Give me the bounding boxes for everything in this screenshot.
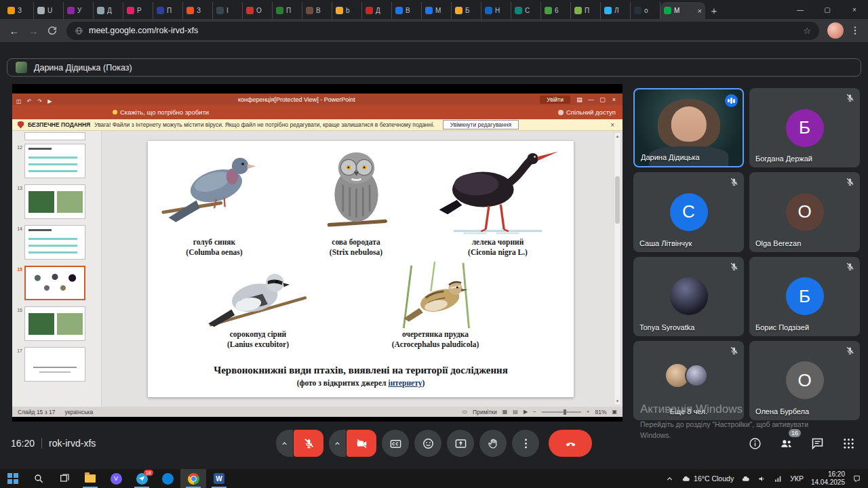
ppt-minimize-button[interactable]: — <box>585 96 597 103</box>
taskbar-search-button[interactable] <box>26 469 52 488</box>
zoom-slider-knob[interactable] <box>564 409 566 415</box>
slide-thumbnail[interactable]: 15 <box>14 266 97 300</box>
url-text[interactable]: meet.google.com/rok-irvd-xfs <box>89 26 797 35</box>
zoom-level[interactable]: 81% <box>595 409 606 415</box>
scroll-down-icon[interactable]: ▼ <box>616 399 620 403</box>
leave-call-button[interactable] <box>549 430 592 457</box>
slide-thumbnail-box[interactable] <box>24 144 85 178</box>
share-button[interactable]: Спільний доступ <box>551 108 623 116</box>
ribbon-options-icon[interactable]: ▤ <box>574 96 585 103</box>
browser-tab[interactable]: В × <box>392 2 422 19</box>
volume-icon[interactable] <box>757 474 766 483</box>
browser-tab[interactable]: З × <box>4 2 34 19</box>
browser-tab[interactable]: Н × <box>481 2 511 19</box>
word-button[interactable]: W <box>206 469 232 488</box>
mic-mute-button[interactable] <box>294 430 323 457</box>
messenger-button[interactable] <box>155 469 180 488</box>
slide-thumbnail-box[interactable] <box>24 225 85 260</box>
browser-tab[interactable]: U × <box>34 2 64 19</box>
slide-scrollbar[interactable]: ▲ ▼ <box>614 132 621 405</box>
browser-tab[interactable]: П × <box>571 2 601 19</box>
browser-tab[interactable]: С × <box>511 2 541 19</box>
more-options-button[interactable] <box>512 430 539 457</box>
participant-tile-video[interactable]: Дарина Дідицька <box>633 88 744 167</box>
onedrive-icon[interactable] <box>741 474 750 483</box>
site-info-icon[interactable] <box>75 26 83 35</box>
back-button[interactable]: ← <box>5 22 23 39</box>
participants-button[interactable]: 16 <box>777 434 795 452</box>
activities-button[interactable] <box>840 434 857 452</box>
browser-tab[interactable]: П × <box>153 2 183 19</box>
slide-thumbnail[interactable]: 16 <box>14 306 97 341</box>
notes-toggle[interactable]: Примітки <box>473 409 497 415</box>
ppt-close-button[interactable]: × <box>608 96 620 103</box>
profile-avatar[interactable] <box>827 22 844 39</box>
browser-tab[interactable]: Л × <box>601 2 631 19</box>
scroll-up-icon[interactable]: ▲ <box>616 134 620 138</box>
file-explorer-button[interactable] <box>77 469 103 488</box>
participant-tile[interactable]: Б Борис Подзізей <box>749 257 860 336</box>
enable-editing-button[interactable]: Увімкнути редагування <box>443 120 519 129</box>
slide-thumbnail-box[interactable] <box>24 266 85 300</box>
hidden-icons-chevron[interactable] <box>665 474 674 483</box>
slide-thumbnail-box[interactable] <box>24 306 85 341</box>
zoom-slider[interactable] <box>542 411 581 413</box>
save-icon[interactable]: ◫ <box>16 98 22 104</box>
browser-tab[interactable]: 6 × <box>541 2 571 19</box>
present-button[interactable] <box>447 430 474 457</box>
slideshow-view-icon[interactable]: ▶ <box>524 409 528 415</box>
bookmark-star-icon[interactable]: ☆ <box>803 26 811 36</box>
maximize-button[interactable]: ▢ <box>814 0 841 19</box>
banner-close-icon[interactable]: × <box>610 121 617 129</box>
ppt-maximize-button[interactable]: ▢ <box>597 96 608 103</box>
language-indicator[interactable]: українська <box>64 409 93 415</box>
taskbar-clock[interactable]: 16:20 14.04.2025 <box>811 470 845 487</box>
browser-tab[interactable]: Р × <box>123 2 153 19</box>
notes-icon[interactable]: ▭ <box>462 409 468 415</box>
participant-tile[interactable]: C Саша Літвінчук <box>633 172 744 251</box>
slide-thumbnail-box[interactable] <box>24 347 85 382</box>
viber-button[interactable]: V <box>103 469 129 488</box>
sorter-view-icon[interactable]: ▤ <box>513 409 518 415</box>
start-button[interactable] <box>0 469 26 488</box>
action-center-icon[interactable] <box>852 474 861 483</box>
browser-tab[interactable]: У × <box>64 2 94 19</box>
presenter-banner[interactable]: Дарина Дідицька (Показ) <box>7 58 861 77</box>
zoom-out-icon[interactable]: − <box>533 409 536 415</box>
captions-button[interactable] <box>382 430 409 457</box>
participant-tile[interactable]: Tonya Syrovatka <box>633 257 744 336</box>
ppt-signin-button[interactable]: Увійти <box>540 96 570 104</box>
browser-menu-icon[interactable] <box>848 23 863 38</box>
participant-tile[interactable]: O Olga Berezan <box>749 172 860 251</box>
scrollbar-thumb[interactable] <box>615 176 620 224</box>
camera-options-chevron[interactable] <box>329 430 346 457</box>
forward-button[interactable]: → <box>24 22 42 39</box>
browser-tab[interactable]: В × <box>302 2 332 19</box>
browser-tab[interactable]: Д × <box>94 2 123 19</box>
chrome-button[interactable] <box>180 469 206 488</box>
chat-button[interactable] <box>808 434 826 452</box>
thumbnail-partial[interactable] <box>14 132 97 140</box>
new-tab-button[interactable]: + <box>705 2 723 19</box>
browser-tab[interactable]: І × <box>213 2 243 19</box>
mic-options-chevron[interactable] <box>276 430 293 457</box>
slide-thumbnail[interactable]: 12 <box>14 144 97 178</box>
browser-tab[interactable]: Д × <box>362 2 392 19</box>
tab-close-icon[interactable]: × <box>698 7 702 15</box>
telegram-button[interactable]: 18 <box>129 469 155 488</box>
browser-tab[interactable]: о × <box>631 2 660 19</box>
slide-thumbnail[interactable]: 13 <box>14 184 97 219</box>
undo-icon[interactable]: ↶ <box>27 98 32 104</box>
refresh-button[interactable] <box>43 22 61 39</box>
participant-tile[interactable]: Б Богдана Держай <box>749 88 860 167</box>
browser-tab[interactable]: П × <box>273 2 302 19</box>
participant-tile[interactable]: O Олена Бурбела <box>749 341 860 420</box>
slide-thumbnail-box[interactable] <box>24 184 85 219</box>
camera-off-button[interactable] <box>347 430 376 457</box>
fit-slide-icon[interactable]: ▣ <box>612 409 617 415</box>
normal-view-icon[interactable]: ▦ <box>502 409 508 415</box>
slide-thumbnail[interactable]: 14 <box>14 225 97 260</box>
reactions-button[interactable] <box>414 430 441 457</box>
browser-tab[interactable]: О × <box>243 2 273 19</box>
zoom-in-icon[interactable]: + <box>587 409 590 415</box>
